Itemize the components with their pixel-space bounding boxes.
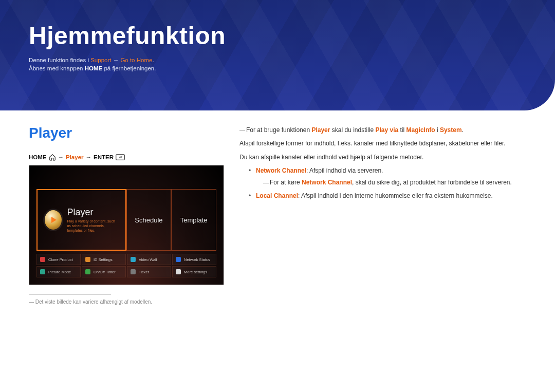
grid-cell[interactable]: Network Status: [172, 254, 216, 265]
body-line-2: Afspil forskellige former for indhold, f…: [239, 138, 526, 148]
bullet-local-channel: Local Channel: Afspil indhold i den inte…: [249, 191, 526, 201]
enter-icon: [116, 154, 125, 160]
footnote-rule: [29, 294, 111, 295]
right-column: For at bruge funktionen Player skal du i…: [239, 125, 526, 305]
tile-player[interactable]: Player Play a variety of content, such a…: [36, 189, 126, 251]
grid-cell[interactable]: ID Settings: [82, 254, 126, 265]
grid-cell[interactable]: Ticker: [127, 266, 171, 277]
section-heading: Player: [29, 125, 224, 141]
left-column: Player HOME → Player → ENTER Player Play…: [29, 125, 224, 305]
banner-subtitle-1: Denne funktion findes i Support → Go to …: [29, 57, 555, 63]
nav-player-label: Player: [66, 154, 84, 160]
tile-player-title: Player: [67, 207, 119, 218]
bullet-network-channel: Network Channel: Afspil indhold via serv…: [249, 165, 526, 188]
body-line-3: Du kan afspille kanaler eller indhold ve…: [239, 152, 526, 162]
home-icon: [49, 154, 56, 161]
note-line-1: For at bruge funktionen Player skal du i…: [239, 125, 526, 135]
grid-cell[interactable]: Picture Mode: [36, 266, 81, 277]
tile-schedule[interactable]: Schedule: [126, 189, 172, 251]
tile-player-desc: Play a variety of content, such as sched…: [67, 219, 119, 233]
grid-cell[interactable]: Video Wall: [127, 254, 171, 265]
grid-cell[interactable]: Clone Product: [36, 254, 81, 265]
subnote-network: For at køre Network Channel, skal du sik…: [263, 177, 526, 188]
grid-cell[interactable]: On/Off Timer: [82, 266, 126, 277]
tile-template[interactable]: Template: [171, 189, 216, 251]
nav-home-label: HOME: [29, 154, 47, 160]
banner-subtitle-2: Åbnes med knappen HOME på fjernbetjening…: [29, 65, 555, 71]
nav-enter-label: ENTER: [94, 154, 114, 160]
footnote: Det viste billede kan variere afhængigt …: [29, 299, 224, 305]
tv-screenshot: Player Play a variety of content, such a…: [29, 165, 224, 285]
page-title: Hjemmefunktion: [29, 22, 555, 50]
grid-cell[interactable]: More settings: [172, 266, 216, 277]
play-icon: [45, 210, 62, 230]
banner: Hjemmefunktion Denne funktion findes i S…: [0, 0, 555, 110]
nav-path: HOME → Player → ENTER: [29, 154, 224, 161]
